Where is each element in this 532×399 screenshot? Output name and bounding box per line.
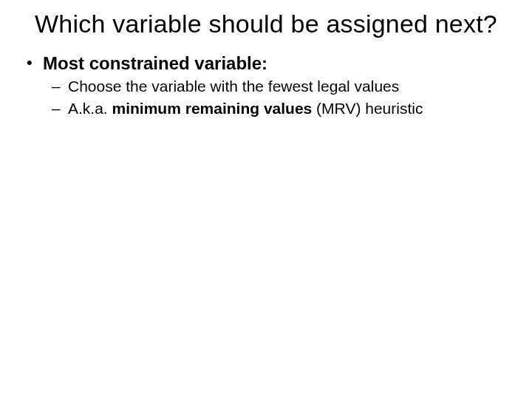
list-item: A.k.a. minimum remaining values (MRV) he…	[68, 98, 510, 119]
bullet-list-level2: Choose the variable with the fewest lega…	[43, 76, 510, 120]
bullet-text-suffix: (MRV) heuristic	[312, 100, 423, 117]
bullet-text: Most constrained variable:	[43, 53, 267, 73]
slide: Which variable should be assigned next? …	[0, 0, 532, 399]
list-item: Most constrained variable: Choose the va…	[43, 52, 510, 120]
slide-title: Which variable should be assigned next?	[22, 9, 510, 39]
bullet-text: Choose the variable with the fewest lega…	[68, 78, 399, 95]
bullet-text-bold: minimum remaining values	[112, 100, 313, 117]
bullet-list-level1: Most constrained variable: Choose the va…	[22, 52, 510, 120]
list-item: Choose the variable with the fewest lega…	[68, 76, 510, 97]
bullet-text-prefix: A.k.a.	[68, 100, 112, 117]
